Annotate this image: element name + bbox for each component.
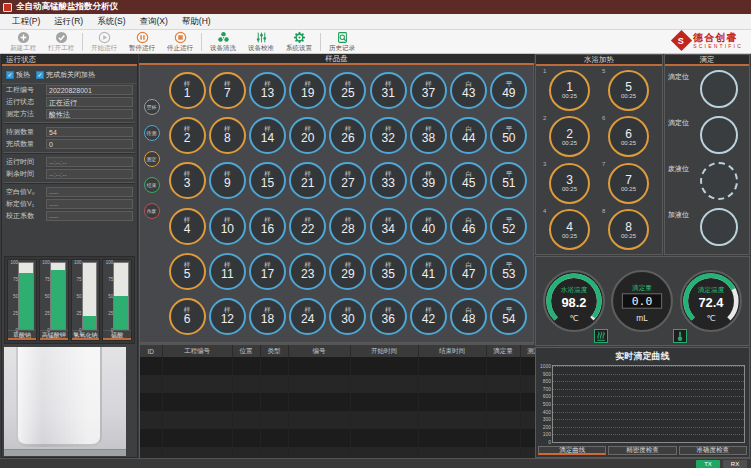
sample-cell-36[interactable]: 样36 bbox=[368, 294, 408, 339]
toolbar-button-history-records[interactable]: 历史记录 bbox=[323, 30, 361, 53]
sample-cell-32[interactable]: 样32 bbox=[368, 113, 408, 158]
sample-cell-19[interactable]: 样19 bbox=[288, 68, 328, 113]
sample-cell-3[interactable]: 样3 bbox=[167, 158, 207, 203]
sample-cell-7[interactable]: 样7 bbox=[207, 68, 247, 113]
chart-tab-1[interactable]: 滴定曲线 bbox=[538, 446, 606, 455]
sample-cell-44[interactable]: 白44 bbox=[449, 113, 489, 158]
sample-cell-18[interactable]: 样18 bbox=[247, 294, 287, 339]
status-field-value[interactable]: 20220828001 bbox=[46, 85, 133, 95]
sample-cell-17[interactable]: 样17 bbox=[247, 249, 287, 294]
menu-item-3[interactable]: 系统(S) bbox=[91, 15, 131, 29]
bath-timer: 00:25 bbox=[562, 93, 577, 99]
toolbar-button-device-calibrate[interactable]: 设备校准 bbox=[242, 30, 280, 53]
table-row bbox=[140, 375, 554, 393]
toolbar-button-start-run[interactable]: 开始运行 bbox=[85, 30, 123, 53]
menu-item-5[interactable]: 帮助(H) bbox=[176, 15, 217, 29]
sample-number: 23 bbox=[301, 268, 314, 281]
menu-item-4[interactable]: 查询(X) bbox=[134, 15, 174, 29]
status-field-value[interactable]: ---- bbox=[46, 187, 133, 197]
sample-cell-11[interactable]: 样11 bbox=[207, 249, 247, 294]
sample-cell-31[interactable]: 样31 bbox=[368, 68, 408, 113]
y-axis-tick: 600 bbox=[543, 393, 551, 399]
toolbar-button-device-clean[interactable]: 设备清洗 bbox=[204, 30, 242, 53]
sample-cell-33[interactable]: 样33 bbox=[368, 158, 408, 203]
sample-cell-13[interactable]: 样13 bbox=[247, 68, 287, 113]
toolbar-button-open-project[interactable]: 打开工程 bbox=[42, 30, 80, 53]
sample-cell-39[interactable]: 样39 bbox=[408, 158, 448, 203]
sample-number: 26 bbox=[341, 132, 354, 145]
sample-cell-48[interactable]: 白48 bbox=[449, 294, 489, 339]
status-field-value[interactable]: ---- bbox=[46, 199, 133, 209]
sample-cell-54[interactable]: 平54 bbox=[489, 294, 529, 339]
sample-cell-34[interactable]: 样34 bbox=[368, 204, 408, 249]
status-field-value[interactable]: --:--:-- bbox=[46, 157, 133, 167]
sample-number: 48 bbox=[462, 313, 475, 326]
table-header-2: 工程编号 bbox=[162, 345, 232, 357]
sample-cell-6[interactable]: 样6 bbox=[167, 294, 207, 339]
sample-cell-22[interactable]: 样22 bbox=[288, 204, 328, 249]
chart-tab-3[interactable]: 准确度检查 bbox=[679, 446, 747, 455]
sample-cell-30[interactable]: 样30 bbox=[328, 294, 368, 339]
menu-item-2[interactable]: 运行(R) bbox=[48, 15, 89, 29]
sample-cell-20[interactable]: 样20 bbox=[288, 113, 328, 158]
status-field-value[interactable]: --:--:-- bbox=[46, 169, 133, 179]
sample-cell-52[interactable]: 平52 bbox=[489, 204, 529, 249]
sample-cell-46[interactable]: 白46 bbox=[449, 204, 489, 249]
toolbar-button-system-settings[interactable]: 系统设置 bbox=[280, 30, 318, 53]
sample-cell-35[interactable]: 样35 bbox=[368, 249, 408, 294]
sample-cell-9[interactable]: 样9 bbox=[207, 158, 247, 203]
sample-number: 20 bbox=[301, 132, 314, 145]
chart-tab-2[interactable]: 精密度检查 bbox=[608, 446, 676, 455]
sample-cell-1[interactable]: 样1 bbox=[167, 68, 207, 113]
sample-cell-8[interactable]: 样8 bbox=[207, 113, 247, 158]
sample-cell-49[interactable]: 平49 bbox=[489, 68, 529, 113]
bath-circle: 600:25 bbox=[608, 116, 649, 157]
sample-cell-38[interactable]: 样38 bbox=[408, 113, 448, 158]
sample-cell-42[interactable]: 样42 bbox=[408, 294, 448, 339]
sample-cell-14[interactable]: 样14 bbox=[247, 113, 287, 158]
toolbar-label-open-project: 打开工程 bbox=[48, 44, 74, 53]
bath-index: 7 bbox=[602, 161, 605, 167]
sample-cell-25[interactable]: 样25 bbox=[328, 68, 368, 113]
sample-cell-16[interactable]: 样16 bbox=[247, 204, 287, 249]
sample-cell-15[interactable]: 样15 bbox=[247, 158, 287, 203]
menu-item-1[interactable]: 工程(P) bbox=[6, 15, 46, 29]
sample-cell-43[interactable]: 白43 bbox=[449, 68, 489, 113]
status-field-value[interactable]: 酸性法 bbox=[46, 109, 133, 119]
checkbox-option-2[interactable]: ✓完成后关闭加热 bbox=[36, 70, 95, 80]
checkbox-option-1[interactable]: ✓预热 bbox=[6, 70, 30, 80]
toolbar-button-pause-run[interactable]: 暂停运行 bbox=[123, 30, 161, 53]
status-badge-rx: RX bbox=[723, 460, 747, 468]
toolbar-button-stop-run[interactable]: 停止运行 bbox=[161, 30, 199, 53]
toolbar-button-new-project[interactable]: 新建工程 bbox=[4, 30, 42, 53]
sample-cell-47[interactable]: 白47 bbox=[449, 249, 489, 294]
status-field-value[interactable]: 正在运行 bbox=[46, 97, 133, 107]
status-field-value[interactable]: ---- bbox=[46, 211, 133, 221]
sample-cell-27[interactable]: 样27 bbox=[328, 158, 368, 203]
sample-cell-21[interactable]: 样21 bbox=[288, 158, 328, 203]
sample-circle: 平51 bbox=[490, 162, 527, 199]
play-circle-icon bbox=[98, 31, 111, 44]
sample-cell-28[interactable]: 样28 bbox=[328, 204, 368, 249]
sample-cell-29[interactable]: 样29 bbox=[328, 249, 368, 294]
sample-cell-12[interactable]: 样12 bbox=[207, 294, 247, 339]
sample-cell-41[interactable]: 样41 bbox=[408, 249, 448, 294]
sample-cell-51[interactable]: 平51 bbox=[489, 158, 529, 203]
sample-cell-23[interactable]: 样23 bbox=[288, 249, 328, 294]
sample-cell-40[interactable]: 样40 bbox=[408, 204, 448, 249]
results-table-panel: ID工程编号位置类型编号开始时间结束时间滴定量测定值 手动刷新 bbox=[139, 343, 534, 458]
window-title: 全自动高锰酸盐指数分析仪 bbox=[16, 1, 118, 13]
sample-cell-50[interactable]: 平50 bbox=[489, 113, 529, 158]
sample-cell-45[interactable]: 白45 bbox=[449, 158, 489, 203]
sample-cell-53[interactable]: 平53 bbox=[489, 249, 529, 294]
sample-cell-24[interactable]: 样24 bbox=[288, 294, 328, 339]
sample-cell-5[interactable]: 样5 bbox=[167, 249, 207, 294]
sample-number: 33 bbox=[382, 177, 395, 190]
status-field-value[interactable]: 0 bbox=[46, 139, 133, 149]
sample-cell-10[interactable]: 样10 bbox=[207, 204, 247, 249]
sample-cell-37[interactable]: 样37 bbox=[408, 68, 448, 113]
sample-cell-26[interactable]: 样26 bbox=[328, 113, 368, 158]
status-field-value[interactable]: 54 bbox=[46, 127, 133, 137]
sample-cell-2[interactable]: 样2 bbox=[167, 113, 207, 158]
sample-cell-4[interactable]: 样4 bbox=[167, 204, 207, 249]
